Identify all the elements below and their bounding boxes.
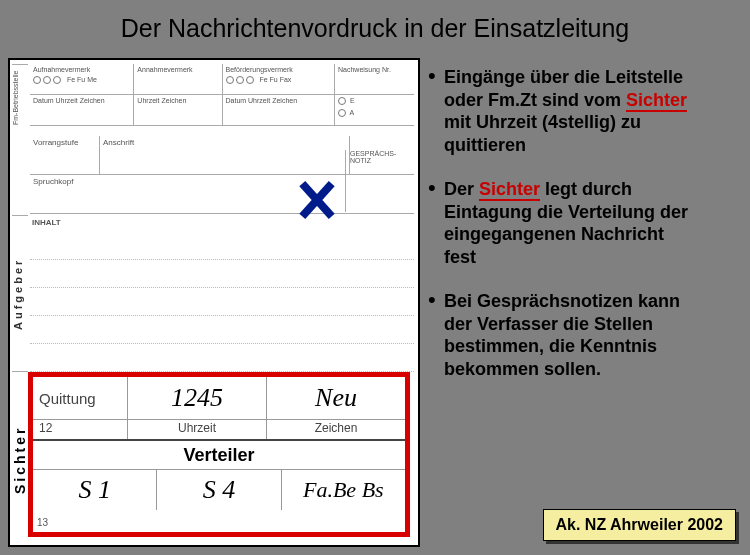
verteiler-s4: S 4 (203, 475, 236, 505)
b3-c1: der Verfasser die Stellen (444, 313, 736, 336)
vorrang: Vorrangstufe (30, 136, 100, 174)
highlight-box: Quittung 1245 Neu 12 Uhrzeit Zeichen Ver… (28, 372, 410, 537)
r2-c2: Uhrzeit Zeichen (134, 95, 222, 125)
b1-key: Sichter (626, 90, 687, 112)
anschrift: Anschrift (100, 136, 350, 174)
hdr-aufnahme: Aufnahmevermerk (33, 66, 130, 73)
side-label-sichter: Sichter (12, 378, 28, 541)
b2-c3: fest (444, 246, 736, 269)
r2-c3: Datum Uhrzeit Zeichen (223, 95, 335, 125)
gespraechsnotiz-box: GESPRÄCHS- NOTIZ (345, 150, 408, 212)
verteiler-row: S 1 S 4 Fa.Be Bs (33, 469, 405, 510)
gespr-b: NOTIZ (350, 157, 408, 164)
explanation-panel: Eingänge über die Leitstelle oder Fm.Zt … (426, 58, 742, 547)
b3-lead: Bei Gesprächsnotizen kann (444, 290, 736, 313)
side-label-aufgeber: Aufgeber (12, 215, 28, 372)
quittung-sign: Neu (315, 383, 357, 413)
hdr-aufnahme-sub: Fe Fu Me (67, 76, 97, 83)
b2-c1: Eintagung die Verteilung der (444, 201, 736, 224)
form-preview: Fm-Betriebsstelle Aufgeber Sichter Aufna… (8, 58, 420, 547)
num12: 12 (33, 419, 128, 439)
b3-c2: bestimmen, die Kenntnis (444, 335, 736, 358)
hdr-befoerderung: Beförderungsvermerk (226, 66, 331, 73)
quittung-label: Quittung (33, 377, 128, 419)
verteiler-title: Verteiler (33, 441, 405, 470)
b1-lead: Eingänge über die Leitstelle (444, 66, 736, 89)
b2-c2: eingegangenen Nachricht (444, 223, 736, 246)
side-label-fm: Fm-Betriebsstelle (12, 64, 28, 131)
r2-e: E (350, 97, 355, 104)
b1-tail1: mit Uhrzeit (4stellig) zu (444, 111, 736, 134)
hdr-zeichen: Zeichen (267, 419, 405, 439)
bullet-3: Bei Gesprächsnotizen kann der Verfasser … (428, 290, 736, 380)
quittung-time: 1245 (171, 383, 223, 413)
b2-pre: Der (444, 179, 479, 199)
inhalt-label: INHALT (32, 218, 61, 227)
hdr-annahme: Annahmevermerk (134, 64, 222, 94)
hdr-nachweis: Nachweisung Nr. (335, 64, 414, 94)
r2-c1: Datum Uhrzeit Zeichen (30, 95, 134, 125)
x-mark-icon (294, 178, 340, 222)
hdr-uhrzeit: Uhrzeit (128, 419, 267, 439)
slide-title: Der Nachrichtenvordruck in der Einsatzle… (0, 0, 750, 55)
bullet-list: Eingänge über die Leitstelle oder Fm.Zt … (428, 66, 736, 380)
b2-key: Sichter (479, 179, 540, 201)
quittung-headers: 12 Uhrzeit Zeichen (33, 419, 405, 441)
bullet-1: Eingänge über die Leitstelle oder Fm.Zt … (428, 66, 736, 156)
gespr-a: GESPRÄCHS- (350, 150, 408, 157)
quittung-row: Quittung 1245 Neu (33, 377, 405, 420)
slide-content: Fm-Betriebsstelle Aufgeber Sichter Aufna… (8, 58, 742, 547)
b3-c3: bekommen sollen. (444, 358, 736, 381)
verteiler-s1: S 1 (78, 475, 111, 505)
content-lines (30, 232, 414, 367)
footer-badge: Ak. NZ Ahrweiler 2002 (543, 509, 736, 541)
num13: 13 (37, 517, 48, 528)
r2-a: A (350, 109, 355, 116)
hdr-befoerderung-sub: Fe Fu Fax (259, 76, 291, 83)
b1-tail2: quittieren (444, 134, 736, 157)
verteiler-fabe: Fa.Be Bs (303, 477, 384, 503)
bullet-2: Der Sichter legt durch Eintagung die Ver… (428, 178, 736, 268)
slide: Der Nachrichtenvordruck in der Einsatzle… (0, 0, 750, 555)
b2-post: legt durch (540, 179, 632, 199)
b1-cont: oder Fm.Zt sind vom (444, 90, 626, 110)
